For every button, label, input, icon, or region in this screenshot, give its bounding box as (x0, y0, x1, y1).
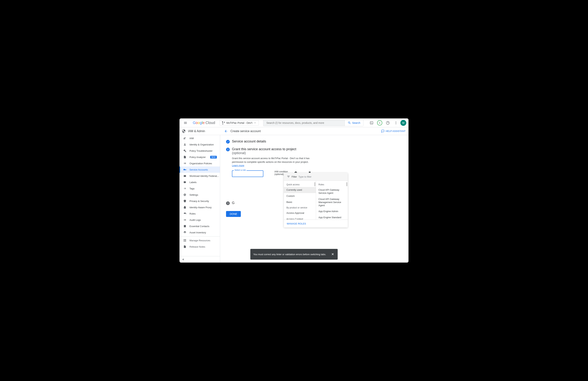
sidebar-item-iam[interactable]: IAM (180, 135, 220, 141)
nav-list: IAM Identity & Organization Policy Troub… (180, 135, 220, 256)
help-icon[interactable] (384, 119, 392, 127)
sidebar-item-identity[interactable]: Identity & Organization (180, 141, 220, 148)
back-arrow-icon[interactable] (222, 128, 230, 135)
svg-rect-10 (185, 241, 186, 242)
dropdown-footer: MANAGE ROLES (284, 220, 348, 227)
sidebar-item-org-policies[interactable]: Organization Policies (180, 160, 220, 166)
sidebar-item-tags[interactable]: Tags (180, 185, 220, 192)
body: IAM Identity & Organization Policy Troub… (180, 135, 408, 263)
dropdown-left-column: Quick access Currently used Custom Basic… (284, 181, 316, 220)
dd-item-access-approval[interactable]: Access Approval (284, 210, 316, 216)
dd-item-basic[interactable]: Basic (284, 199, 316, 205)
dd-role-item[interactable]: App Engine Admin (316, 208, 348, 215)
filter-label: Filter (292, 175, 297, 178)
notes-icon (183, 245, 187, 248)
hierarchy-icon (183, 239, 187, 242)
sidebar-item-settings[interactable]: Settings (180, 192, 220, 198)
svg-rect-6 (184, 175, 186, 177)
sidebar-item-asset[interactable]: Asset Inventory (180, 229, 220, 236)
help-assistant-button[interactable]: HELP ASSISTANT (381, 130, 405, 133)
svg-rect-9 (185, 239, 186, 240)
arrow-icon (183, 187, 187, 190)
people-icon (183, 137, 187, 140)
sidebar-item-analyzer[interactable]: Policy AnalyzerNEW (180, 154, 220, 160)
cloud-shell-icon[interactable] (368, 119, 375, 127)
hamburger-menu-icon[interactable] (181, 118, 190, 127)
project-dots-icon (222, 121, 225, 124)
sidebar-item-service-accounts[interactable]: Service Accounts (180, 166, 220, 173)
step-1: Service account details (226, 139, 403, 144)
dd-item-custom[interactable]: Custom (284, 193, 316, 199)
dd-item-access-context[interactable]: Access Context Manager (284, 216, 316, 220)
top-bar: Google Cloud MoTrPac Portal - Dev't Sear… (180, 118, 408, 127)
product-title: IAM & Admin (188, 130, 205, 133)
role-field-label: Select a role (234, 169, 247, 171)
dropdown-body: Quick access Currently used Custom Basic… (284, 181, 348, 220)
person-icon (183, 143, 187, 146)
project-selector[interactable]: MoTrPac Portal - Dev't (220, 120, 259, 126)
step2-title: Grant this service account access to pro… (232, 147, 296, 151)
more-menu-icon[interactable] (392, 119, 400, 127)
logo-cloud-text: Cloud (206, 121, 215, 125)
sidebar-item-audit[interactable]: Audit Logs (180, 217, 220, 223)
step1-title: Service account details (232, 139, 266, 143)
sidebar-item-roles[interactable]: Roles (180, 210, 220, 217)
svg-point-3 (396, 122, 396, 123)
role-select-box[interactable] (232, 170, 263, 177)
dd-item-currently-used[interactable]: Currently used (284, 187, 316, 193)
step2-number: 2 (226, 148, 230, 151)
sidebar-item-labels[interactable]: Labels (180, 179, 220, 185)
gear-icon (183, 193, 187, 196)
dropdown-right-column: Roles Cloud API Gateway Service Agent Cl… (316, 181, 348, 220)
sidebar-collapse[interactable] (180, 256, 220, 263)
dd-role-item[interactable]: Cloud API Gateway Management Service Age… (316, 196, 348, 209)
filter-hint: Type to filter (298, 175, 312, 178)
notifications-badge[interactable]: 1 (376, 119, 383, 127)
toast-message: You must correct any linter or validatio… (250, 249, 337, 260)
chat-icon (381, 130, 384, 133)
svg-point-5 (184, 144, 185, 144)
list-icon (183, 162, 187, 165)
account-avatar[interactable]: M (400, 120, 406, 126)
sidebar-item-iap[interactable]: Identity-Aware Proxy (180, 204, 220, 210)
step3-title-left: G (232, 201, 234, 205)
toast-close-icon[interactable]: ✕ (331, 251, 335, 257)
sidebar-item-release-notes[interactable]: Release Notes (180, 244, 220, 250)
app-window: Google Cloud MoTrPac Portal - Dev't Sear… (180, 118, 408, 263)
tag-icon (183, 181, 187, 184)
done-button[interactable]: DONE (226, 211, 241, 217)
sidebar-item-contacts[interactable]: Essential Contacts (180, 223, 220, 229)
dd-role-item[interactable]: App Engine Standard Environment Service … (316, 215, 348, 220)
inventory-icon (183, 231, 187, 234)
sidebar-item-troubleshooter[interactable]: Policy Troubleshooter (180, 148, 220, 154)
collapse-icon (182, 258, 185, 261)
toast-text: You must correct any linter or validatio… (253, 253, 326, 256)
wrench-icon (183, 149, 187, 152)
project-name: MoTrPac Portal - Dev't (226, 121, 252, 124)
step2-optional: (optional) (232, 151, 246, 155)
dd-role-item[interactable]: Cloud API Gateway Service Agent (316, 187, 348, 196)
dropdown-filter-row[interactable]: Filter Type to filter (284, 173, 348, 181)
search-input[interactable] (263, 120, 344, 126)
contacts-icon (183, 225, 187, 228)
by-product-heading: By product or service (284, 205, 316, 210)
sidebar-item-manage-resources[interactable]: Manage Resources (180, 237, 220, 244)
chevron-down-icon (254, 122, 256, 124)
manage-roles-link[interactable]: MANAGE ROLES (287, 222, 306, 225)
google-cloud-logo[interactable]: Google Cloud (191, 121, 217, 125)
sidebar-item-privacy[interactable]: Privacy & Security (180, 198, 220, 204)
learn-more-link[interactable]: Learn more (232, 164, 244, 167)
svg-point-2 (396, 121, 396, 122)
scroll-thumb[interactable] (346, 182, 347, 186)
shield-outline-icon (183, 200, 187, 202)
svg-rect-8 (184, 239, 185, 240)
check-icon (226, 140, 230, 144)
sidebar-item-workload[interactable]: Workload Identity Federat... (180, 173, 220, 179)
search-button[interactable]: Search (345, 120, 363, 126)
quick-access-heading: Quick access (284, 182, 316, 187)
top-actions: 1 M (368, 119, 407, 127)
logs-icon (183, 218, 187, 221)
scroll-thumb[interactable] (314, 182, 315, 186)
svg-rect-11 (184, 241, 185, 242)
role-selector[interactable]: Select a role (232, 170, 263, 177)
